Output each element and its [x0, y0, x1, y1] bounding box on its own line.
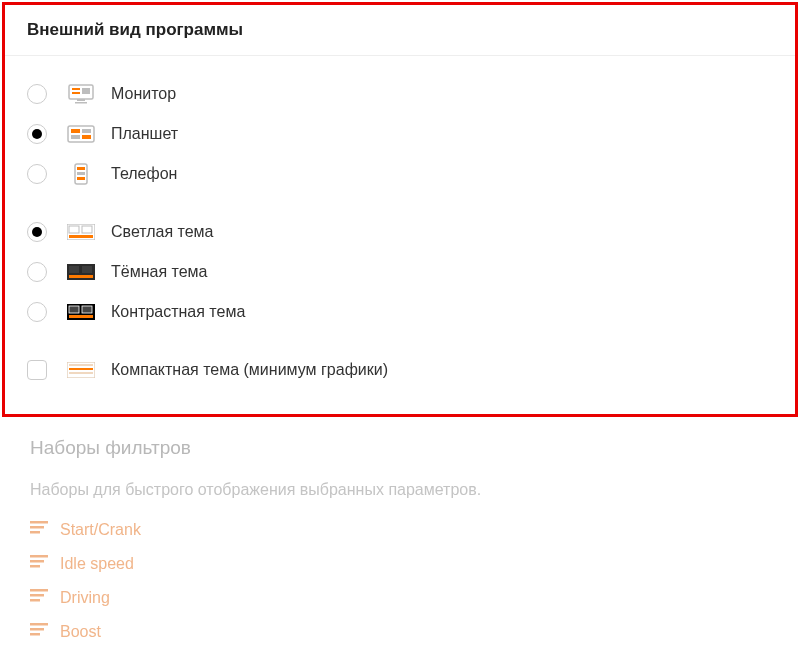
svg-rect-34	[30, 555, 48, 558]
svg-rect-6	[68, 126, 94, 142]
filters-section: Наборы фильтров Наборы для быстрого отоб…	[0, 419, 800, 649]
svg-rect-21	[82, 266, 92, 273]
svg-rect-13	[77, 172, 85, 175]
radio-contrast[interactable]	[27, 302, 47, 322]
label-monitor: Монитор	[111, 85, 176, 103]
theme-option-dark[interactable]: Тёмная тема	[27, 252, 773, 292]
svg-rect-41	[30, 628, 44, 631]
svg-rect-37	[30, 589, 48, 592]
svg-rect-3	[82, 88, 90, 94]
filter-label: Boost	[60, 623, 101, 641]
svg-rect-26	[69, 315, 93, 318]
filter-item[interactable]: Idle speed	[30, 547, 770, 581]
label-tablet: Планшет	[111, 125, 178, 143]
radio-dark[interactable]	[27, 262, 47, 282]
filter-list-icon	[30, 555, 50, 573]
filter-label: Start/Crank	[60, 521, 141, 539]
svg-rect-24	[69, 306, 79, 313]
filter-item[interactable]: Driving	[30, 581, 770, 615]
panel-header: Внешний вид программы	[5, 5, 795, 56]
filter-label: Idle speed	[60, 555, 134, 573]
svg-rect-40	[30, 623, 48, 626]
filter-list-icon	[30, 589, 50, 607]
radio-phone[interactable]	[27, 164, 47, 184]
label-contrast: Контрастная тема	[111, 303, 245, 321]
radio-tablet[interactable]	[27, 124, 47, 144]
svg-rect-5	[75, 102, 87, 104]
panel-body: Монитор Планшет	[5, 56, 795, 414]
filters-title: Наборы фильтров	[30, 437, 770, 459]
filter-list-icon	[30, 521, 50, 539]
filter-item[interactable]: Start/Crank	[30, 513, 770, 547]
svg-rect-35	[30, 560, 44, 563]
filters-description: Наборы для быстрого отображения выбранны…	[30, 481, 770, 499]
svg-rect-4	[77, 99, 85, 101]
device-option-tablet[interactable]: Планшет	[27, 114, 773, 154]
svg-rect-12	[77, 167, 85, 170]
label-dark: Тёмная тема	[111, 263, 207, 281]
tablet-icon	[65, 125, 97, 143]
label-compact: Компактная тема (минимум графики)	[111, 361, 388, 379]
svg-rect-1	[72, 88, 80, 90]
checkbox-compact[interactable]	[27, 360, 47, 380]
svg-rect-38	[30, 594, 44, 597]
filter-label: Driving	[60, 589, 110, 607]
theme-option-light[interactable]: Светлая тема	[27, 212, 773, 252]
label-light: Светлая тема	[111, 223, 214, 241]
filter-list-icon	[30, 623, 50, 641]
svg-rect-20	[69, 266, 79, 273]
svg-rect-32	[30, 526, 44, 529]
compact-option[interactable]: Компактная тема (минимум графики)	[27, 350, 773, 390]
svg-rect-42	[30, 633, 40, 636]
svg-rect-28	[69, 364, 93, 366]
svg-rect-22	[69, 275, 93, 278]
svg-rect-9	[71, 135, 80, 139]
radio-light[interactable]	[27, 222, 47, 242]
device-option-phone[interactable]: Телефон	[27, 154, 773, 194]
svg-rect-10	[82, 135, 91, 139]
phone-icon	[65, 163, 97, 185]
svg-rect-18	[69, 235, 93, 238]
svg-rect-33	[30, 531, 40, 534]
svg-rect-36	[30, 565, 40, 568]
svg-rect-30	[69, 372, 93, 374]
theme-option-contrast[interactable]: Контрастная тема	[27, 292, 773, 332]
label-phone: Телефон	[111, 165, 177, 183]
svg-rect-39	[30, 599, 40, 602]
filter-item[interactable]: Boost	[30, 615, 770, 649]
dark-theme-icon	[65, 264, 97, 280]
compact-theme-icon	[65, 362, 97, 378]
svg-rect-14	[77, 177, 85, 180]
svg-rect-8	[82, 129, 91, 133]
svg-rect-7	[71, 129, 80, 133]
light-theme-icon	[65, 224, 97, 240]
contrast-theme-icon	[65, 304, 97, 320]
svg-rect-31	[30, 521, 48, 524]
monitor-icon	[65, 84, 97, 104]
panel-title: Внешний вид программы	[27, 20, 773, 40]
device-option-monitor[interactable]: Монитор	[27, 74, 773, 114]
svg-rect-2	[72, 92, 80, 94]
appearance-panel: Внешний вид программы Монитор	[2, 2, 798, 417]
svg-rect-29	[69, 368, 93, 370]
svg-rect-25	[82, 306, 92, 313]
radio-monitor[interactable]	[27, 84, 47, 104]
